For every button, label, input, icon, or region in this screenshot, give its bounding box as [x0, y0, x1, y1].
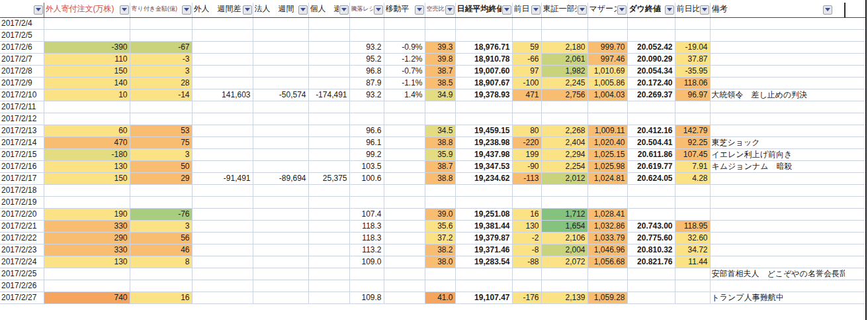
cell-hou[interactable]	[253, 268, 308, 280]
cell-zj[interactable]: -66	[512, 53, 541, 65]
cell-gai[interactable]	[192, 125, 253, 136]
cell-hou[interactable]	[253, 65, 308, 77]
cell-zj[interactable]: -176	[512, 292, 541, 303]
cell-mz[interactable]	[587, 268, 627, 280]
cell-date[interactable]: 2017/2/25	[0, 268, 44, 280]
cell-ma[interactable]	[384, 17, 425, 29]
cell-mz[interactable]: 999.70	[587, 41, 627, 53]
cell-ma[interactable]: -1.2%	[384, 53, 425, 65]
cell-date[interactable]: 2017/2/24	[0, 256, 44, 268]
cell-hou[interactable]	[253, 136, 308, 148]
cell-ts[interactable]: 2,072	[541, 256, 587, 268]
cell-gai[interactable]	[192, 232, 253, 244]
cell-c2[interactable]: 16	[130, 292, 192, 303]
cell-dw[interactable]: 20.412.16	[627, 125, 675, 136]
cell-zj[interactable]	[512, 196, 541, 208]
cell-dw[interactable]: 20.504.41	[627, 136, 675, 148]
cell-date[interactable]: 2017/2/6	[0, 41, 44, 53]
cell-zj[interactable]	[512, 184, 541, 196]
cell-ma[interactable]	[384, 256, 425, 268]
cell-hou[interactable]	[253, 280, 308, 292]
cell-zj[interactable]: 16	[512, 208, 541, 220]
cell-c2[interactable]	[130, 268, 192, 280]
cell-gai[interactable]	[192, 208, 253, 220]
cell-zj[interactable]: 80	[512, 125, 541, 136]
cell-ma[interactable]: -0.9%	[384, 41, 425, 53]
cell-rt[interactable]: 103.5	[349, 160, 384, 172]
cell-ma[interactable]	[384, 292, 425, 303]
cell-dd[interactable]	[675, 101, 710, 113]
cell-ks[interactable]	[425, 184, 455, 196]
cell-ks[interactable]: 38.7	[425, 160, 455, 172]
cell-hou[interactable]	[253, 125, 308, 136]
cell-ks[interactable]: 41.0	[425, 292, 455, 303]
cell-bk[interactable]	[710, 232, 845, 244]
cell-dd[interactable]: 118.95	[675, 220, 710, 232]
cell-mz[interactable]	[587, 196, 627, 208]
cell-zj[interactable]	[512, 268, 541, 280]
cell-c2[interactable]: -3	[130, 53, 192, 65]
cell-dd[interactable]	[675, 29, 710, 41]
cell-date[interactable]: 2017/2/12	[0, 113, 44, 125]
filter-dropdown-gai[interactable]	[243, 5, 252, 15]
cell-ma[interactable]	[384, 196, 425, 208]
cell-rt[interactable]: 118.3	[349, 220, 384, 232]
cell-ks[interactable]	[425, 196, 455, 208]
cell-hou[interactable]	[253, 184, 308, 196]
cell-dw[interactable]: 20.624.05	[627, 172, 675, 184]
cell-dw[interactable]: 20.775.60	[627, 232, 675, 244]
cell-dw[interactable]	[627, 196, 675, 208]
cell-ks[interactable]: 38.8	[425, 136, 455, 148]
cell-hou[interactable]	[253, 244, 308, 256]
filter-dropdown-dw[interactable]	[665, 5, 674, 15]
cell-rt[interactable]: 113.2	[349, 244, 384, 256]
cell-ko[interactable]	[308, 41, 349, 53]
cell-gai[interactable]	[192, 220, 253, 232]
cell-bk[interactable]	[710, 53, 845, 65]
cell-ks[interactable]: 38.7	[425, 65, 455, 77]
cell-mz[interactable]: 1,004.03	[587, 89, 627, 101]
cell-dw[interactable]: 20.619.77	[627, 160, 675, 172]
cell-ma[interactable]	[384, 208, 425, 220]
cell-ko[interactable]	[308, 244, 349, 256]
cell-nk[interactable]: 18,907.67	[455, 77, 512, 89]
cell-c2[interactable]	[130, 101, 192, 113]
cell-date[interactable]: 2017/2/23	[0, 244, 44, 256]
cell-c1[interactable]: 110	[44, 53, 130, 65]
filter-dropdown-dd[interactable]	[700, 5, 709, 15]
cell-nk[interactable]: 19,371.46	[455, 244, 512, 256]
cell-ks[interactable]: 38.5	[425, 77, 455, 89]
cell-dd[interactable]	[675, 292, 710, 303]
cell-ko[interactable]	[308, 136, 349, 148]
cell-dw[interactable]: 20.611.86	[627, 148, 675, 160]
cell-ts[interactable]: 2,756	[541, 89, 587, 101]
cell-zj[interactable]: 199	[512, 148, 541, 160]
cell-nk[interactable]: 19,347.53	[455, 160, 512, 172]
cell-c1[interactable]: 140	[44, 77, 130, 89]
cell-dd[interactable]	[675, 113, 710, 125]
cell-c2[interactable]	[130, 17, 192, 29]
cell-hou[interactable]	[253, 220, 308, 232]
cell-ko[interactable]	[308, 184, 349, 196]
cell-dw[interactable]	[627, 208, 675, 220]
cell-c1[interactable]	[44, 268, 130, 280]
cell-ko[interactable]	[308, 220, 349, 232]
cell-dd[interactable]	[675, 196, 710, 208]
cell-nk[interactable]: 19,437.98	[455, 148, 512, 160]
cell-mz[interactable]: 1,024.81	[587, 172, 627, 184]
cell-ts[interactable]	[541, 196, 587, 208]
cell-dw[interactable]: 20.172.40	[627, 77, 675, 89]
cell-c1[interactable]: 190	[44, 208, 130, 220]
cell-dd[interactable]: 32.60	[675, 232, 710, 244]
cell-ko[interactable]: 25,375	[308, 172, 349, 184]
cell-c2[interactable]: 50	[130, 160, 192, 172]
cell-nk[interactable]: 19,007.60	[455, 65, 512, 77]
cell-ts[interactable]: 1,712	[541, 208, 587, 220]
cell-hou[interactable]	[253, 160, 308, 172]
cell-ks[interactable]: 39.3	[425, 41, 455, 53]
cell-dd[interactable]	[675, 268, 710, 280]
cell-zj[interactable]: -220	[512, 136, 541, 148]
filter-dropdown-rt[interactable]	[374, 5, 383, 15]
cell-gai[interactable]	[192, 268, 253, 280]
cell-ts[interactable]: 1,654	[541, 220, 587, 232]
